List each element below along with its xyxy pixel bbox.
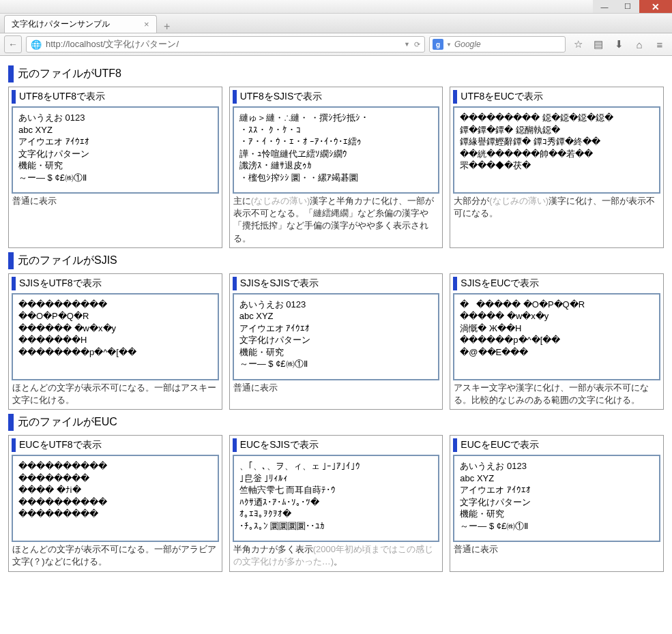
tab-title: 文字化けパターンサンプル [12, 18, 110, 30]
desc-text: 大部分が [454, 196, 489, 206]
card-description: 普通に表示 [12, 194, 219, 207]
sample-box[interactable]: � ����� �O�P�Q�R ����� �w�x�y 渦慨� Ж��H �… [453, 293, 660, 380]
home-icon[interactable]: ⌂ [631, 36, 647, 52]
downloads-icon[interactable]: ⬇ [611, 36, 627, 52]
desc-text: ほとんどの文字が表示不可になる。一部はアスキー文字に化ける。 [12, 382, 216, 405]
url-input[interactable] [46, 40, 400, 50]
card-row: UTF8をUTF8で表示 あいうえお 0123 abc XYZ アイウエオ ｱｲ… [8, 87, 664, 248]
desc-text: 主に [233, 196, 251, 206]
card-heading: EUCをSJISで表示 [233, 438, 440, 452]
encoding-card: EUCをUTF8で表示 ���������� �������� ���� �ﾅi… [8, 435, 222, 571]
card-row: SJISをUTF8で表示 ���������� ��O�P�Q�R ������… [8, 273, 664, 410]
sample-box[interactable]: 縺ゅ＞縺・∴縺・ ・撰ｼ托ｼ抵ｼ・ ・ｽｽ・ ｸ・ｹ・ｺ ・ｱ・ｲ・ｳ・ｴ・ｵ … [233, 106, 440, 194]
card-description: 普通に表示 [233, 380, 440, 394]
window-maximize-button[interactable]: ☐ [616, 0, 639, 13]
bookmark-star-icon[interactable]: ☆ [570, 36, 586, 52]
sample-box[interactable]: あいうえお 0123 abc XYZ アイウエオ ｱｲｳｴｵ 文字化けパターン … [233, 293, 440, 380]
back-button[interactable]: ← [4, 35, 22, 53]
section-heading: 元のファイルがSJIS [8, 252, 664, 269]
card-description: ほとんどの文字が表示不可になる。一部はアスキー文字に化ける。 [12, 380, 219, 406]
desc-text: 普通に表示 [233, 382, 278, 393]
section-heading: 元のファイルがUTF8 [8, 65, 664, 82]
sample-box[interactable]: あいうえお 0123 abc XYZ アイウエオ ｱｲｳｴｵ 文字化けパターン … [12, 106, 219, 194]
window-minimize-button[interactable]: — [593, 0, 616, 13]
desc-text: 半角カナが多く表示 [233, 544, 313, 554]
tab-bar: 文字化けパターンサンプル × + [0, 14, 672, 33]
encoding-card: UTF8をUTF8で表示 あいうえお 0123 abc XYZ アイウエオ ｱｲ… [8, 87, 222, 248]
tab-close-icon[interactable]: × [144, 19, 149, 29]
reader-icon[interactable]: ▤ [590, 36, 607, 52]
encoding-card: EUCをEUCで表示 あいうえお 0123 abc XYZ アイウエオ ｱｲｳｴ… [450, 435, 664, 571]
desc-text: ほとんどの文字が表示不可になる。一部がアラビア文字(？)などに化ける。 [12, 544, 216, 567]
browser-window: — ☐ ✕ 文字化けパターンサンプル × + ← 🌐 ▼ ⟳ g ▼ ☆ ▤ ⬇… [0, 0, 672, 634]
desc-text: 普通に表示 [12, 196, 57, 206]
desc-text: 普通に表示 [454, 544, 498, 554]
search-box[interactable]: g ▼ [429, 36, 566, 52]
new-tab-button[interactable]: + [158, 20, 176, 33]
card-heading: UTF8をSJISで表示 [233, 90, 440, 104]
browser-tab[interactable]: 文字化けパターンサンプル × [4, 15, 157, 33]
search-dropdown-icon[interactable]: ▼ [446, 42, 452, 48]
search-input[interactable] [454, 40, 562, 49]
google-icon: g [433, 39, 443, 50]
card-description: 大部分が(なじみの薄い)漢字に化け、一部が表示不可になる。 [453, 194, 660, 220]
encoding-card: EUCをSJISで表示 、｢、､、ヲ、ィ、ェ ｣ｰ｣ｱ｣ｲ｣ｳ ｣皀釡 ｣ﾘｨﾙ… [229, 435, 443, 571]
card-heading: UTF8をEUCで表示 [453, 90, 660, 104]
card-heading: SJISをEUCで表示 [453, 277, 660, 290]
menu-icon[interactable]: ≡ [652, 36, 668, 52]
sample-box[interactable]: 、｢、､、ヲ、ィ、ェ ｣ｰ｣ｱ｣ｲ｣ｳ ｣皀釡 ｣ﾘｨﾙｨ 竺軸宍雫七 而耳自蒔… [233, 455, 440, 542]
encoding-card: SJISをUTF8で表示 ���������� ��O�P�Q�R ������… [8, 273, 222, 410]
url-box[interactable]: 🌐 ▼ ⟳ [26, 36, 425, 52]
window-titlebar: — ☐ ✕ [0, 0, 672, 14]
sample-box[interactable]: あいうえお 0123 abc XYZ アイウエオ ｱｲｳｴｵ 文字化けパターン … [453, 455, 660, 542]
encoding-card: SJISをEUCで表示 � ����� �O�P�Q�R ����� �w�x�… [450, 273, 664, 410]
page-content: 元のファイルがUTF8 UTF8をUTF8で表示 あいうえお 0123 abc … [0, 56, 672, 634]
desc-text: アスキー文字や漢字に化け、一部が表示不可になる。比較的なじみのある範囲の文字に化… [454, 382, 649, 405]
encoding-card: UTF8をEUCで表示 ��������� 鐚�鐚�鐚�鐚� 鐔�鐔�鐔� 鐚醐… [450, 87, 664, 248]
desc-faint: (なじみの薄い) [251, 196, 310, 206]
sample-box[interactable]: ��������� 鐚�鐚�鐚�鐚� 鐔�鐔�鐔� 鐚醐執鐚� 鐔緣譽鐔鰹辭鐔�… [453, 106, 660, 194]
address-bar: ← 🌐 ▼ ⟳ g ▼ ☆ ▤ ⬇ ⌂ ≡ [0, 33, 672, 56]
desc-faint: (なじみの薄い) [489, 196, 549, 206]
sample-box[interactable]: ���������� ��O�P�Q�R ������ �w�x�y �����… [12, 293, 219, 380]
card-description: 主に(なじみの薄い)漢字と半角カナに化け、一部が表示不可となる。「縺繧縄繝」など… [233, 194, 440, 245]
window-close-button[interactable]: ✕ [639, 0, 672, 13]
card-description: 普通に表示 [453, 542, 660, 556]
sample-box[interactable]: ���������� �������� ���� �ﾅi� ����������… [12, 455, 219, 542]
desc-text: 。 [334, 556, 342, 567]
card-heading: SJISをSJISで表示 [233, 277, 440, 290]
reload-icon[interactable]: ⟳ [414, 40, 420, 49]
card-heading: SJISをUTF8で表示 [12, 277, 219, 290]
section-heading: 元のファイルがEUC [8, 414, 664, 431]
card-description: アスキー文字や漢字に化け、一部が表示不可になる。比較的なじみのある範囲の文字に化… [453, 380, 660, 406]
card-description: 半角カナが多く表示(2000年初め頃まではこの感じの文字化けが多かった…)。 [233, 542, 440, 568]
dropdown-icon[interactable]: ▼ [404, 41, 410, 48]
globe-icon: 🌐 [31, 40, 42, 50]
encoding-card: SJISをSJISで表示 あいうえお 0123 abc XYZ アイウエオ ｱｲ… [229, 273, 443, 410]
card-description: ほとんどの文字が表示不可になる。一部がアラビア文字(？)などに化ける。 [12, 542, 219, 568]
card-heading: EUCをEUCで表示 [453, 438, 660, 452]
card-heading: UTF8をUTF8で表示 [12, 90, 219, 104]
card-heading: EUCをUTF8で表示 [12, 438, 219, 452]
encoding-card: UTF8をSJISで表示 縺ゅ＞縺・∴縺・ ・撰ｼ托ｼ抵ｼ・ ・ｽｽ・ ｸ・ｹ・… [229, 87, 443, 248]
card-row: EUCをUTF8で表示 ���������� �������� ���� �ﾅi… [8, 435, 664, 571]
